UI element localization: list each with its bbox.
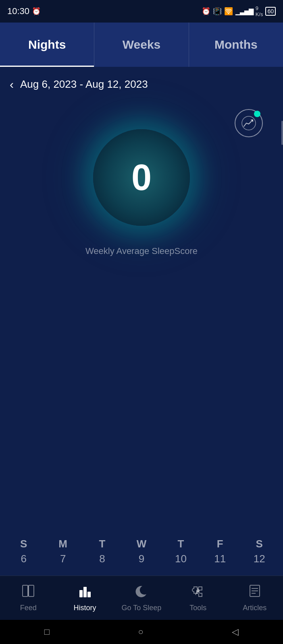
day-col-2: T 8 (86, 538, 119, 569)
day-col-5: F 11 (204, 538, 236, 569)
sleep-icon (134, 584, 149, 601)
day-number-4: 10 (175, 553, 187, 565)
nav-tools[interactable]: Tools (178, 584, 218, 612)
history-chart-icon (78, 584, 92, 598)
svg-rect-4 (79, 590, 83, 597)
feed-book-icon (21, 584, 35, 598)
network-speed: 9K/s (256, 5, 263, 17)
svg-rect-2 (29, 585, 34, 597)
go-to-sleep-label: Go To Sleep (122, 604, 162, 612)
day-number-1: 7 (60, 553, 66, 565)
day-letter-6: S (256, 538, 263, 550)
trend-button[interactable] (235, 109, 263, 137)
nav-feed[interactable]: Feed (8, 584, 48, 612)
svg-point-7 (196, 589, 200, 592)
alarm-status-icon: ⏰ (202, 7, 210, 16)
tools-puzzle-icon (191, 584, 205, 598)
day-number-5: 11 (214, 553, 226, 565)
svg-rect-5 (83, 587, 87, 597)
articles-doc-icon (248, 584, 262, 598)
day-col-4: T 10 (164, 538, 197, 569)
day-letter-5: F (217, 538, 223, 550)
feed-label: Feed (20, 604, 37, 612)
status-time: 10:30 ⏰ (7, 6, 41, 17)
status-bar: 10:30 ⏰ ⏰ 📳 🛜 ▁▃▅▇ 9K/s 60 (0, 0, 283, 23)
vibrate-icon: 📳 (213, 7, 222, 16)
feed-icon (21, 584, 35, 601)
sleep-moon-icon (134, 584, 149, 598)
alarm-icon: ⏰ (32, 7, 41, 16)
score-section: 0 Weekly Average SleepScore (0, 97, 283, 256)
svg-rect-6 (87, 592, 91, 597)
battery-indicator: 60 (265, 7, 276, 16)
date-nav: ‹ Aug 6, 2023 - Aug 12, 2023 (0, 67, 283, 97)
date-range: Aug 6, 2023 - Aug 12, 2023 (20, 78, 148, 91)
android-home-button[interactable]: ○ (138, 627, 144, 637)
wifi-icon: 🛜 (224, 7, 233, 16)
day-letter-4: T (177, 538, 184, 550)
tab-weeks[interactable]: Weeks (94, 23, 189, 67)
day-letter-1: M (58, 538, 67, 550)
signal-icon: ▁▃▅▇ (235, 8, 253, 15)
day-number-2: 8 (99, 553, 105, 565)
day-letter-0: S (20, 538, 27, 550)
day-col-3: W 9 (125, 538, 158, 569)
weekly-average-label: Weekly Average SleepScore (85, 246, 198, 256)
android-back-button[interactable]: ◁ (232, 627, 239, 637)
tab-months[interactable]: Months (189, 23, 283, 67)
trend-dot (254, 111, 260, 117)
history-label: History (74, 604, 96, 612)
day-number-6: 12 (254, 553, 265, 565)
articles-icon (248, 584, 262, 601)
android-recents-button[interactable]: □ (44, 627, 50, 637)
svg-point-0 (242, 116, 256, 130)
tools-icon (191, 584, 205, 601)
day-col-1: M 7 (47, 538, 79, 569)
day-section: S 6 M 7 T 8 W 9 T 10 F 11 (0, 538, 283, 572)
time-display: 10:30 (7, 6, 29, 17)
tab-nights[interactable]: Nights (0, 23, 94, 67)
day-col-0: S 6 (8, 538, 40, 569)
history-icon (78, 584, 92, 601)
tab-bar: Nights Weeks Months (0, 23, 283, 67)
nav-history[interactable]: History (65, 584, 105, 612)
status-icons: ⏰ 📳 🛜 ▁▃▅▇ 9K/s 60 (202, 5, 276, 17)
nav-go-to-sleep[interactable]: Go To Sleep (121, 584, 162, 612)
bottom-nav: Feed History Go To Sleep (0, 576, 283, 620)
back-button[interactable]: ‹ (10, 78, 14, 91)
articles-label: Articles (243, 604, 266, 612)
tools-label: Tools (189, 604, 206, 612)
day-number-0: 6 (21, 553, 26, 565)
nav-articles[interactable]: Articles (235, 584, 275, 612)
day-number-3: 9 (139, 553, 144, 565)
trend-chart-icon (241, 116, 256, 130)
android-nav-bar: □ ○ ◁ (0, 620, 283, 644)
day-letter-2: T (99, 538, 106, 550)
score-circle: 0 (93, 129, 190, 226)
day-letter-3: W (137, 538, 147, 550)
day-col-6: S 12 (243, 538, 275, 569)
day-letters-row: S 6 M 7 T 8 W 9 T 10 F 11 (4, 538, 279, 569)
svg-rect-1 (23, 585, 28, 597)
scrollbar[interactable] (281, 121, 283, 145)
score-value: 0 (131, 159, 152, 196)
